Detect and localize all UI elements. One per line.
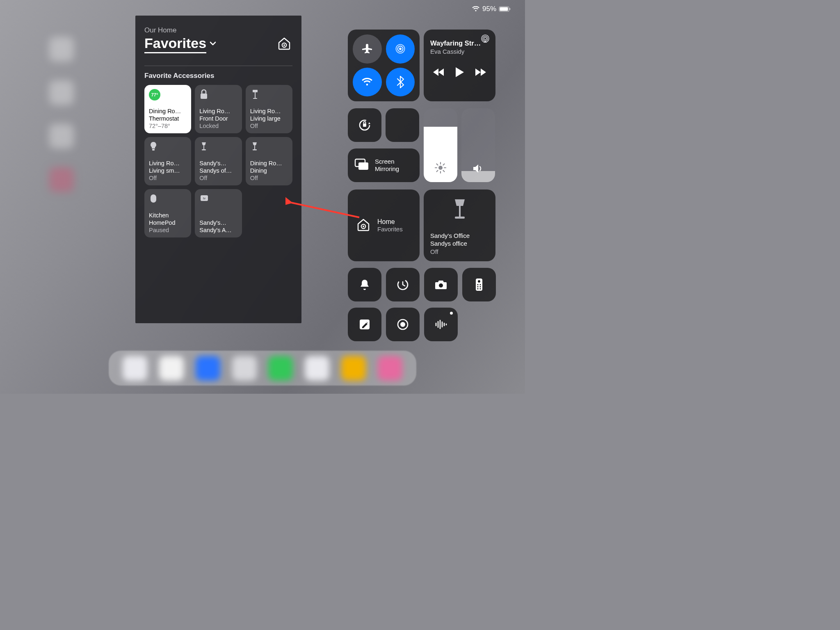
- favorites-dropdown[interactable]: Favorites: [144, 35, 217, 53]
- quick-note-button[interactable]: [348, 308, 381, 341]
- svg-point-17: [399, 48, 402, 50]
- tile-line3: 72°–78°: [149, 122, 187, 130]
- svg-point-52: [400, 322, 405, 327]
- tile-line3: Off: [199, 174, 237, 182]
- svg-point-44: [477, 284, 478, 285]
- svg-rect-2: [509, 8, 510, 10]
- svg-rect-8: [253, 98, 257, 99]
- tile-line1: Kitchen: [149, 212, 187, 219]
- table-lamp-icon: [250, 141, 259, 153]
- accessory-living-small-light[interactable]: Living Ro… Living sm… Off: [144, 137, 191, 185]
- home-fav-subtitle: Favorites: [377, 226, 403, 233]
- svg-point-37: [363, 226, 364, 227]
- voice-memos-button[interactable]: [424, 308, 458, 341]
- tile-line1: Living Ro…: [149, 160, 187, 167]
- svg-point-43: [478, 280, 480, 283]
- brightness-sun-icon: [434, 162, 447, 176]
- silent-mode-toggle[interactable]: [348, 268, 381, 301]
- screen-mirroring-label-1: Screen: [375, 158, 399, 165]
- airdrop-toggle[interactable]: [386, 34, 415, 64]
- do-not-disturb-toggle[interactable]: [386, 108, 419, 142]
- accessory-living-large-lamp[interactable]: Living Ro… Living large Off: [246, 85, 292, 133]
- svg-rect-10: [203, 145, 204, 149]
- so-line3: Off: [430, 248, 489, 256]
- accessory-dining-lamp[interactable]: Dining Ro… Dining Off: [246, 137, 292, 185]
- svg-point-27: [438, 166, 443, 170]
- tile-line1: Dining Ro…: [250, 160, 288, 167]
- accessory-front-door-lock[interactable]: Living Ro… Front Door Locked: [195, 85, 242, 133]
- apple-tv-remote-button[interactable]: [462, 268, 496, 301]
- tile-line3: Off: [149, 174, 187, 182]
- panel-title: Favorites: [144, 35, 206, 53]
- sandys-office-accessory[interactable]: Sandy's Office Sandys office Off: [424, 189, 495, 261]
- svg-line-32: [437, 164, 438, 165]
- svg-point-46: [477, 286, 478, 287]
- control-row-2: [348, 308, 458, 341]
- previous-track-button[interactable]: [433, 68, 445, 78]
- airplay-audio-icon: [481, 34, 490, 45]
- accessory-tile-grid: 77° Dining Ro… Thermostat 72°–78° Living…: [144, 85, 292, 237]
- floor-lamp-icon: [250, 89, 260, 101]
- svg-point-41: [439, 283, 443, 288]
- screen-mirroring-button[interactable]: Screen Mirroring: [348, 148, 420, 182]
- apple-tv-icon: tv: [199, 193, 209, 205]
- media-artist: Eva Cassidy: [430, 48, 489, 55]
- svg-rect-1: [500, 7, 508, 11]
- svg-rect-9: [152, 149, 155, 151]
- screen-record-button[interactable]: [386, 308, 420, 341]
- airplane-mode-toggle[interactable]: [353, 34, 382, 64]
- accessory-thermostat[interactable]: 77° Dining Ro… Thermostat 72°–78°: [144, 85, 191, 133]
- control-row-1: [348, 268, 496, 301]
- tile-line3: Locked: [199, 122, 237, 130]
- accessory-sandys-apple-tv[interactable]: tv Sandy's… Sandy's A…: [195, 189, 242, 237]
- dock: [109, 351, 416, 386]
- tile-line1: Sandy's…: [199, 160, 237, 167]
- home-fav-title: Home: [377, 218, 403, 226]
- svg-point-45: [479, 284, 481, 285]
- play-button[interactable]: [454, 66, 465, 80]
- background-app-icons: [49, 37, 74, 192]
- tile-line1: Living Ro…: [250, 107, 288, 115]
- brightness-slider[interactable]: [424, 108, 457, 182]
- tile-line1: Sandy's…: [199, 219, 237, 226]
- tile-line2: Sandy's A…: [199, 226, 237, 234]
- wifi-toggle[interactable]: [353, 68, 382, 97]
- rotation-lock-toggle[interactable]: [348, 108, 381, 142]
- now-playing-module[interactable]: Wayfaring Str… Eva Cassidy: [424, 30, 495, 101]
- home-favorites-button[interactable]: Home Favorites: [348, 189, 420, 261]
- battery-icon: [499, 6, 511, 12]
- home-icon: [355, 217, 372, 235]
- svg-rect-6: [253, 90, 258, 92]
- wifi-icon: [472, 6, 480, 12]
- tile-line1: Living Ro…: [199, 107, 237, 115]
- tile-line2: Sandys of…: [199, 167, 237, 174]
- svg-point-20: [484, 37, 486, 40]
- tile-line2: Front Door: [199, 115, 237, 122]
- next-track-button[interactable]: [474, 68, 486, 78]
- screen-mirroring-label-2: Mirroring: [375, 165, 399, 173]
- svg-rect-26: [358, 162, 368, 170]
- bluetooth-toggle[interactable]: [386, 68, 415, 97]
- svg-rect-13: [253, 149, 257, 151]
- so-line2: Sandys office: [430, 240, 489, 248]
- home-favorites-panel: Our Home Favorites Favorite Accessories …: [135, 16, 301, 323]
- timer-button[interactable]: [386, 268, 420, 301]
- tile-line2: Living sm…: [149, 167, 187, 174]
- homepod-icon: [149, 193, 158, 205]
- bulb-icon: [149, 141, 158, 153]
- tile-line2: Thermostat: [149, 115, 187, 122]
- svg-line-34: [437, 171, 438, 172]
- svg-rect-12: [254, 145, 255, 149]
- accessory-kitchen-homepod[interactable]: Kitchen HomePod Paused: [144, 189, 191, 237]
- home-icon[interactable]: [276, 35, 292, 53]
- svg-point-47: [479, 286, 481, 287]
- svg-rect-7: [255, 92, 256, 98]
- svg-rect-14: [151, 194, 156, 203]
- camera-button[interactable]: [424, 268, 458, 301]
- svg-line-33: [443, 171, 445, 172]
- table-lamp-icon: [451, 198, 469, 222]
- volume-speaker-icon: [472, 163, 484, 176]
- accessory-sandys-office-lamp[interactable]: Sandy's… Sandys of… Off: [195, 137, 242, 185]
- volume-slider[interactable]: [461, 108, 495, 182]
- table-lamp-icon: [199, 141, 208, 153]
